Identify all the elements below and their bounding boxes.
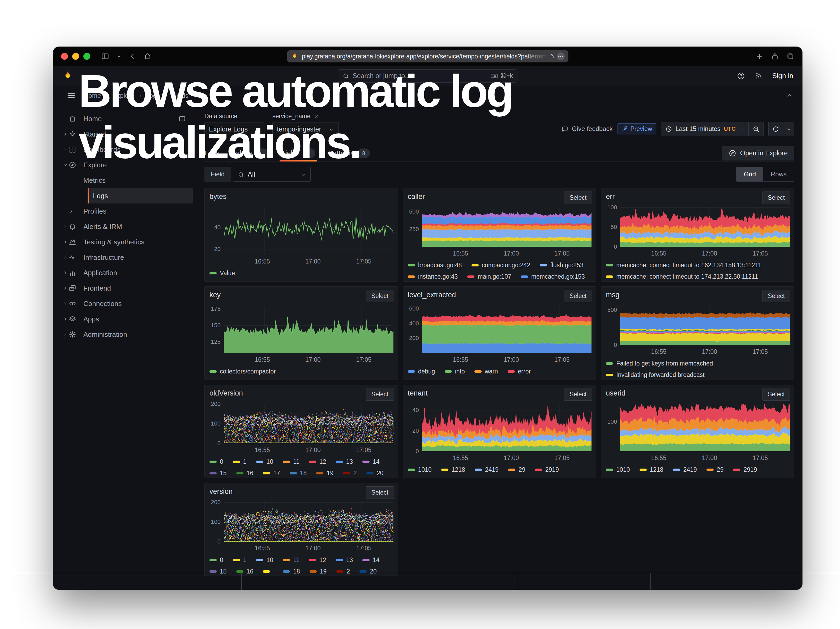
legend-item[interactable]: 29 bbox=[508, 466, 526, 473]
legend-item[interactable]: broadcast.go:48 bbox=[408, 262, 462, 269]
legend-item[interactable]: flush.go:253 bbox=[540, 262, 583, 269]
legend-item[interactable]: 19 bbox=[316, 469, 333, 477]
legend-item[interactable]: Failed to get keys from memcached bbox=[606, 360, 713, 367]
hamburger-menu-icon[interactable] bbox=[66, 91, 76, 100]
legend-item[interactable]: 0 bbox=[210, 556, 223, 564]
sidebar-item-alerts-irm[interactable]: Alerts & IRM bbox=[53, 219, 196, 234]
legend-item[interactable]: 2 bbox=[336, 568, 350, 575]
select-button[interactable]: Select bbox=[366, 388, 394, 401]
legend-item[interactable]: 0 bbox=[210, 458, 223, 465]
sidebar-item-metrics[interactable]: Metrics bbox=[53, 173, 196, 188]
legend-item[interactable]: Value bbox=[210, 270, 235, 277]
legend-item[interactable]: 10 bbox=[256, 556, 273, 564]
legend-item[interactable]: 1 bbox=[233, 458, 246, 465]
sidebar-item-application[interactable]: Application bbox=[53, 265, 196, 280]
sidebar-item-testing-synthetics[interactable]: Testing & synthetics bbox=[53, 234, 196, 250]
legend-item[interactable]: memcache: connect timeout to 162.134.158… bbox=[606, 262, 761, 269]
grafana-logo[interactable] bbox=[62, 70, 73, 82]
legend-item[interactable]: 1 bbox=[233, 556, 246, 564]
zoom-out-button[interactable] bbox=[749, 122, 764, 136]
tabs-icon[interactable] bbox=[786, 52, 794, 60]
sign-in-link[interactable]: Sign in bbox=[772, 72, 794, 80]
home-icon[interactable] bbox=[144, 52, 151, 60]
legend-item[interactable]: 20 bbox=[360, 568, 377, 575]
plus-icon[interactable] bbox=[756, 52, 764, 60]
legend-item[interactable]: 1218 bbox=[639, 466, 663, 473]
legend-item[interactable]: 1010 bbox=[606, 466, 630, 473]
chevron-down-icon[interactable] bbox=[116, 54, 122, 59]
legend-item[interactable]: 2919 bbox=[733, 466, 757, 473]
legend-item[interactable]: memcached.go:153 bbox=[521, 273, 585, 280]
sidebar-item-connections[interactable]: Connections bbox=[53, 296, 196, 311]
address-bar[interactable]: play.grafana.org/a/grafana-lokiexplore-a… bbox=[287, 50, 568, 62]
legend-item[interactable]: memcache: connect timeout to 174.213.22.… bbox=[606, 273, 758, 280]
legend-item[interactable]: 2419 bbox=[673, 466, 697, 473]
refresh-interval-dropdown[interactable] bbox=[783, 122, 794, 136]
sidebar-item-profiles[interactable]: Profiles bbox=[53, 204, 196, 219]
legend-item[interactable]: compactor.go:242 bbox=[472, 262, 531, 269]
legend-item[interactable]: 14 bbox=[362, 556, 380, 564]
legend-item[interactable] bbox=[263, 568, 273, 575]
legend-item[interactable]: 13 bbox=[336, 556, 353, 564]
legend-item[interactable]: 14 bbox=[362, 458, 380, 465]
sidebar-item-infrastructure[interactable]: Infrastructure bbox=[53, 250, 196, 265]
legend-item[interactable]: 1010 bbox=[408, 466, 432, 473]
legend-item[interactable]: 15 bbox=[210, 469, 227, 477]
select-button[interactable]: Select bbox=[762, 290, 790, 302]
legend-item[interactable]: 13 bbox=[336, 458, 353, 465]
legend-item[interactable]: 19 bbox=[309, 568, 327, 575]
legend-item[interactable]: debug bbox=[408, 368, 435, 375]
back-icon[interactable] bbox=[128, 52, 136, 60]
select-button[interactable]: Select bbox=[762, 191, 790, 204]
legend-item[interactable]: error bbox=[508, 368, 531, 375]
sidebar-item-apps[interactable]: Apps bbox=[53, 311, 196, 327]
field-filter-select[interactable]: All bbox=[233, 167, 311, 182]
select-button[interactable]: Select bbox=[366, 486, 394, 499]
rss-icon[interactable] bbox=[755, 72, 763, 80]
legend-item[interactable]: 10 bbox=[256, 458, 273, 465]
zoom-window-button[interactable] bbox=[84, 53, 90, 60]
minimize-window-button[interactable] bbox=[72, 53, 79, 60]
close-window-button[interactable] bbox=[61, 53, 68, 60]
legend-item[interactable]: 16 bbox=[236, 568, 254, 575]
legend-item[interactable]: 2 bbox=[343, 469, 357, 477]
select-button[interactable]: Select bbox=[564, 191, 592, 204]
view-toggle-rows[interactable]: Rows bbox=[763, 167, 794, 182]
select-button[interactable]: Select bbox=[564, 290, 592, 302]
legend-item[interactable]: 15 bbox=[210, 568, 227, 575]
legend-item[interactable]: 11 bbox=[283, 556, 300, 564]
legend-item[interactable]: collectors/compactor bbox=[210, 368, 276, 375]
legend-item[interactable]: 2919 bbox=[535, 466, 559, 473]
legend-item[interactable]: 12 bbox=[309, 458, 326, 465]
sidebar-item-logs[interactable]: Logs bbox=[53, 188, 196, 204]
select-button[interactable]: Select bbox=[564, 388, 592, 401]
legend-item[interactable]: 11 bbox=[283, 458, 300, 465]
legend-item[interactable]: warn bbox=[474, 368, 498, 375]
legend-item[interactable]: 16 bbox=[236, 469, 254, 477]
select-button[interactable]: Select bbox=[762, 388, 790, 401]
legend-item[interactable]: info bbox=[445, 368, 465, 375]
legend-item[interactable]: 20 bbox=[366, 469, 384, 477]
legend-item[interactable]: 12 bbox=[309, 556, 326, 564]
time-range-picker[interactable]: Last 15 minutes UTC bbox=[661, 122, 749, 136]
refresh-button[interactable] bbox=[768, 122, 783, 136]
sidebar-item-administration[interactable]: Administration bbox=[53, 327, 196, 342]
legend-item[interactable]: main.go:107 bbox=[467, 273, 511, 280]
sidebar-item-frontend[interactable]: Frontend bbox=[53, 280, 196, 296]
help-icon[interactable] bbox=[737, 72, 745, 80]
legend-item[interactable]: 18 bbox=[283, 568, 300, 575]
open-in-explore-button[interactable]: Open in Explore bbox=[722, 146, 794, 160]
sidebar-toggle-icon[interactable] bbox=[101, 52, 109, 60]
legend-item[interactable]: instance.go:43 bbox=[408, 273, 458, 280]
select-button[interactable]: Select bbox=[366, 290, 394, 302]
legend-item[interactable]: 17 bbox=[263, 469, 280, 477]
collapse-section-icon[interactable] bbox=[785, 92, 793, 100]
view-toggle-grid[interactable]: Grid bbox=[736, 167, 763, 182]
legend-item[interactable]: 2419 bbox=[475, 466, 499, 473]
ellipsis-icon[interactable]: ••• bbox=[557, 52, 565, 60]
legend-item[interactable]: 1218 bbox=[441, 466, 465, 473]
legend-item[interactable]: 18 bbox=[290, 469, 307, 477]
legend-item[interactable]: 29 bbox=[706, 466, 724, 473]
legend-item[interactable]: Invalidating forwarded broadcast bbox=[606, 371, 704, 379]
share-icon[interactable] bbox=[771, 52, 779, 60]
